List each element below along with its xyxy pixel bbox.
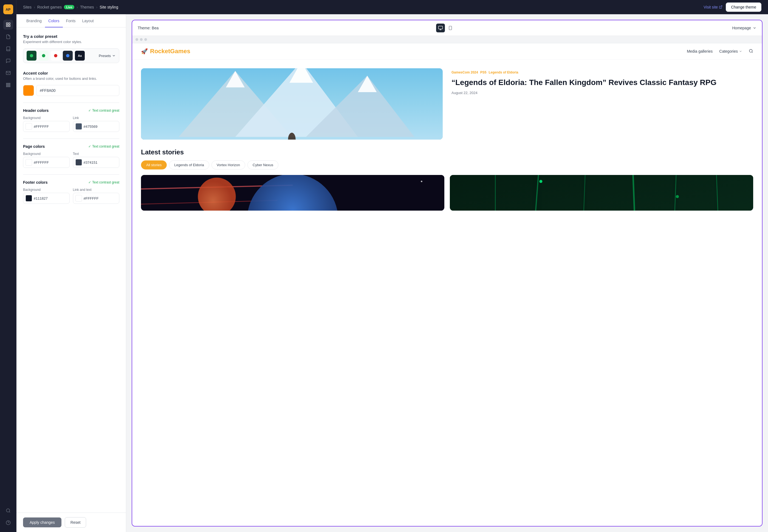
page-colors-title: Page colors bbox=[23, 144, 45, 149]
svg-rect-18 bbox=[438, 26, 442, 29]
preview-area: Theme: Bea Homepage bbox=[126, 14, 768, 532]
theme-label: Theme: Bea bbox=[138, 26, 159, 30]
bottom-bar: Apply changes Reset bbox=[16, 513, 126, 532]
filter-cyber[interactable]: Cyber Nexus bbox=[247, 160, 278, 169]
header-link-label: Link bbox=[73, 116, 120, 120]
page-text-input-row[interactable]: #374151 bbox=[73, 157, 120, 168]
story-card-2[interactable] bbox=[450, 175, 753, 211]
svg-rect-4 bbox=[6, 83, 7, 84]
footer-link-label: Link and text bbox=[73, 188, 120, 192]
breadcrumb-themes[interactable]: Themes bbox=[80, 5, 94, 9]
header-link-input-row[interactable]: #475569 bbox=[73, 121, 120, 132]
divider-3 bbox=[23, 174, 119, 175]
nav-icon-grid[interactable] bbox=[3, 80, 13, 90]
svg-line-17 bbox=[721, 6, 722, 7]
filter-all-stories[interactable]: All stories bbox=[141, 160, 167, 169]
hero-image bbox=[141, 68, 443, 140]
svg-rect-9 bbox=[9, 85, 10, 86]
header-link-field: Link #475569 bbox=[73, 116, 120, 132]
story-card-1[interactable] bbox=[141, 175, 444, 211]
content-row: Branding Colors Fonts Layout Try a color… bbox=[16, 14, 768, 532]
filter-legends[interactable]: Legends of Eldoria bbox=[169, 160, 209, 169]
preset-green[interactable] bbox=[27, 51, 36, 61]
header-colors-header: Header colors ✓ Text contrast great bbox=[23, 108, 119, 113]
apply-changes-button[interactable]: Apply changes bbox=[23, 517, 61, 527]
nav-icon-book[interactable] bbox=[3, 44, 13, 54]
filter-vortex[interactable]: Vortex Horizon bbox=[211, 160, 245, 169]
visit-site-button[interactable]: Visit site bbox=[704, 5, 722, 9]
footer-link-field: Link and text #FFFFFF bbox=[73, 188, 120, 204]
nav-icon-chat[interactable] bbox=[3, 56, 13, 66]
stories-title: Latest stories bbox=[141, 148, 753, 156]
tab-fonts[interactable]: Fonts bbox=[63, 14, 79, 27]
header-bg-value: #FFFFFF bbox=[34, 124, 49, 129]
view-toggle bbox=[436, 24, 455, 32]
accent-color-row bbox=[23, 85, 119, 96]
hero-date: August 22, 2024 bbox=[451, 91, 753, 95]
footer-colors-fields: Background #111827 Link and text #FFFFFF bbox=[23, 188, 119, 204]
nav-search-icon[interactable] bbox=[749, 49, 753, 54]
svg-point-39 bbox=[421, 181, 422, 182]
preset-red[interactable] bbox=[51, 51, 61, 61]
reset-button[interactable]: Reset bbox=[65, 517, 86, 528]
rocket-icon: 🚀 bbox=[141, 48, 148, 55]
presets-button[interactable]: Presets bbox=[99, 54, 116, 58]
footer-link-swatch bbox=[75, 195, 82, 202]
preview-container: Theme: Bea Homepage bbox=[132, 20, 763, 527]
svg-point-13 bbox=[6, 509, 10, 512]
nav-icon-search[interactable] bbox=[3, 506, 13, 516]
footer-link-input-row[interactable]: #FFFFFF bbox=[73, 193, 120, 204]
nav-icon-help[interactable] bbox=[3, 518, 13, 528]
breadcrumb-sep-3: › bbox=[96, 5, 98, 9]
header-colors-group: Header colors ✓ Text contrast great Back… bbox=[23, 108, 119, 132]
breadcrumb-sites[interactable]: Sites bbox=[23, 5, 32, 9]
preset-dark-text[interactable]: Aa bbox=[75, 51, 85, 61]
footer-bg-input-row[interactable]: #111827 bbox=[23, 193, 70, 204]
svg-rect-3 bbox=[6, 25, 8, 27]
nav-link-categories[interactable]: Categories bbox=[719, 49, 742, 53]
mobile-view-button[interactable] bbox=[446, 24, 455, 32]
header-bg-swatch bbox=[26, 123, 32, 130]
desktop-view-button[interactable] bbox=[436, 24, 445, 32]
divider-1 bbox=[23, 103, 119, 103]
breadcrumb-site-name[interactable]: Rocket games bbox=[37, 5, 62, 9]
breadcrumb-sep-1: › bbox=[34, 5, 35, 9]
svg-line-14 bbox=[9, 511, 10, 512]
accent-color-input[interactable] bbox=[36, 85, 119, 96]
accent-title: Accent color bbox=[23, 71, 119, 75]
footer-bg-value: #111827 bbox=[34, 196, 48, 200]
svg-rect-5 bbox=[8, 83, 9, 84]
page-text-field: Text #374151 bbox=[73, 152, 120, 168]
change-theme-button[interactable]: Change theme bbox=[726, 2, 761, 12]
header-bg-input-row[interactable]: #FFFFFF bbox=[23, 121, 70, 132]
preset-section-desc: Experiment with different color styles. bbox=[23, 40, 119, 44]
page-selector[interactable]: Homepage bbox=[732, 26, 756, 30]
header-bg-field: Background #FFFFFF bbox=[23, 116, 70, 132]
footer-bg-field: Background #111827 bbox=[23, 188, 70, 204]
page-bg-swatch bbox=[26, 159, 32, 166]
page-bg-label: Background bbox=[23, 152, 70, 156]
accent-color-group: Accent color Often a brand color, used f… bbox=[23, 71, 119, 96]
preset-teal[interactable] bbox=[39, 51, 49, 61]
tab-colors[interactable]: Colors bbox=[45, 14, 63, 27]
browser-dot-3 bbox=[144, 38, 147, 41]
nav-icon-sites[interactable] bbox=[3, 20, 13, 30]
header-link-swatch bbox=[75, 123, 82, 130]
hero-tags: GamesCom 2024 PS5 Legends of Eldoria bbox=[451, 70, 753, 74]
site-nav-links: Media galleries Categories bbox=[687, 49, 753, 54]
browser-dot-2 bbox=[140, 38, 143, 41]
nav-icon-pages[interactable] bbox=[3, 32, 13, 42]
tab-branding[interactable]: Branding bbox=[23, 14, 45, 27]
page-bg-input-row[interactable]: #FFFFFF bbox=[23, 157, 70, 168]
nav-link-media[interactable]: Media galleries bbox=[687, 49, 713, 53]
preset-dark-blue[interactable] bbox=[63, 51, 73, 61]
tab-layout[interactable]: Layout bbox=[79, 14, 97, 27]
accent-color-swatch[interactable] bbox=[23, 85, 34, 96]
site-hero: GamesCom 2024 PS5 Legends of Eldoria “Le… bbox=[132, 60, 762, 148]
breadcrumb-current: Site styling bbox=[100, 5, 118, 9]
site-nav: 🚀 RocketGames Media galleries Categories bbox=[132, 43, 762, 60]
preview-toolbar: Theme: Bea Homepage bbox=[132, 20, 762, 36]
header-colors-title: Header colors bbox=[23, 108, 49, 113]
site-logo-text: RocketGames bbox=[150, 48, 190, 55]
nav-icon-mail[interactable] bbox=[3, 68, 13, 78]
